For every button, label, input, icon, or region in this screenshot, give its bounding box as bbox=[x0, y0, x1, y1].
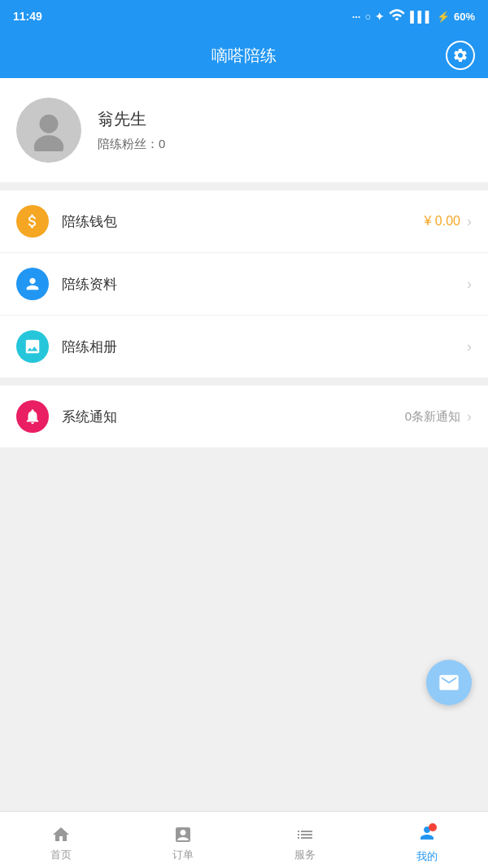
status-bar: 11:49 ··· ○ ✦ ▌▌▌ ⚡ 60% bbox=[0, 0, 488, 33]
header-title: 嘀嗒陪练 bbox=[211, 45, 277, 67]
menu-item-album[interactable]: 陪练相册 › bbox=[0, 316, 488, 377]
chevron-icon: › bbox=[467, 338, 472, 355]
avatar[interactable] bbox=[16, 98, 81, 163]
album-label: 陪练相册 bbox=[62, 338, 467, 356]
status-time: 11:49 bbox=[13, 10, 42, 23]
chevron-icon: › bbox=[467, 408, 472, 425]
avatar-icon bbox=[28, 109, 70, 151]
svg-point-0 bbox=[40, 115, 59, 133]
chevron-icon: › bbox=[467, 276, 472, 293]
svg-point-1 bbox=[34, 135, 63, 151]
mine-badge-dot bbox=[429, 823, 437, 831]
album-icon-bg bbox=[16, 330, 49, 363]
tab-mine-label: 我的 bbox=[416, 849, 438, 864]
wallet-value: ¥ 0.00 bbox=[425, 214, 460, 229]
wallet-icon-bg bbox=[16, 205, 49, 238]
menu-item-wallet[interactable]: 陪练钱包 ¥ 0.00 › bbox=[0, 190, 488, 253]
order-icon bbox=[173, 825, 193, 844]
photo-icon bbox=[24, 338, 41, 355]
mail-icon bbox=[438, 671, 460, 694]
header: 嘀嗒陪练 bbox=[0, 33, 488, 78]
status-right: ··· ○ ✦ ▌▌▌ ⚡ 60% bbox=[352, 7, 475, 27]
menu-group-1: 陪练钱包 ¥ 0.00 › 陪练资料 › 陪练相册 › bbox=[0, 190, 488, 377]
divider-1 bbox=[0, 182, 488, 190]
message-float-button[interactable] bbox=[426, 660, 472, 705]
wifi-icon bbox=[388, 7, 406, 27]
content-area bbox=[0, 447, 488, 811]
tab-mine[interactable]: 我的 bbox=[366, 817, 488, 864]
service-icon bbox=[295, 825, 315, 844]
menu-group-2: 系统通知 0条新通知 › bbox=[0, 386, 488, 447]
tab-service-label: 服务 bbox=[294, 848, 316, 862]
home-icon bbox=[51, 825, 71, 844]
dollar-icon bbox=[24, 212, 41, 230]
wallet-label: 陪练钱包 bbox=[62, 212, 425, 231]
info-label: 陪练资料 bbox=[62, 275, 467, 294]
signal-icon: ▌▌▌ bbox=[410, 11, 433, 23]
charging-icon: ⚡ bbox=[437, 11, 450, 23]
profile-info: 翁先生 陪练粉丝：0 bbox=[98, 108, 165, 152]
profile-section: 翁先生 陪练粉丝：0 bbox=[0, 78, 488, 182]
status-dots: ··· bbox=[352, 11, 361, 23]
tab-service[interactable]: 服务 bbox=[244, 818, 366, 862]
chevron-icon: › bbox=[467, 213, 472, 230]
tab-home-label: 首页 bbox=[50, 848, 72, 862]
tab-bar: 首页 订单 服务 我的 bbox=[0, 811, 488, 868]
tab-order[interactable]: 订单 bbox=[122, 818, 244, 862]
notify-label: 系统通知 bbox=[62, 408, 405, 426]
info-icon-bg bbox=[16, 268, 49, 300]
divider-2 bbox=[0, 377, 488, 386]
menu-item-info[interactable]: 陪练资料 › bbox=[0, 253, 488, 316]
bluetooth-icon: ✦ bbox=[375, 11, 384, 23]
circle-icon: ○ bbox=[364, 11, 371, 23]
notify-icon-bg bbox=[16, 400, 49, 433]
battery-label: 60% bbox=[454, 11, 475, 23]
menu-item-notify[interactable]: 系统通知 0条新通知 › bbox=[0, 386, 488, 447]
profile-name: 翁先生 bbox=[98, 108, 165, 130]
profile-fans: 陪练粉丝：0 bbox=[98, 137, 165, 152]
settings-button[interactable] bbox=[446, 41, 475, 70]
notify-badge: 0条新通知 bbox=[405, 409, 460, 425]
tab-order-label: 订单 bbox=[172, 848, 194, 862]
bell-icon bbox=[24, 408, 41, 425]
tab-home[interactable]: 首页 bbox=[0, 818, 122, 862]
gear-icon bbox=[452, 47, 468, 63]
person-icon bbox=[24, 275, 41, 293]
